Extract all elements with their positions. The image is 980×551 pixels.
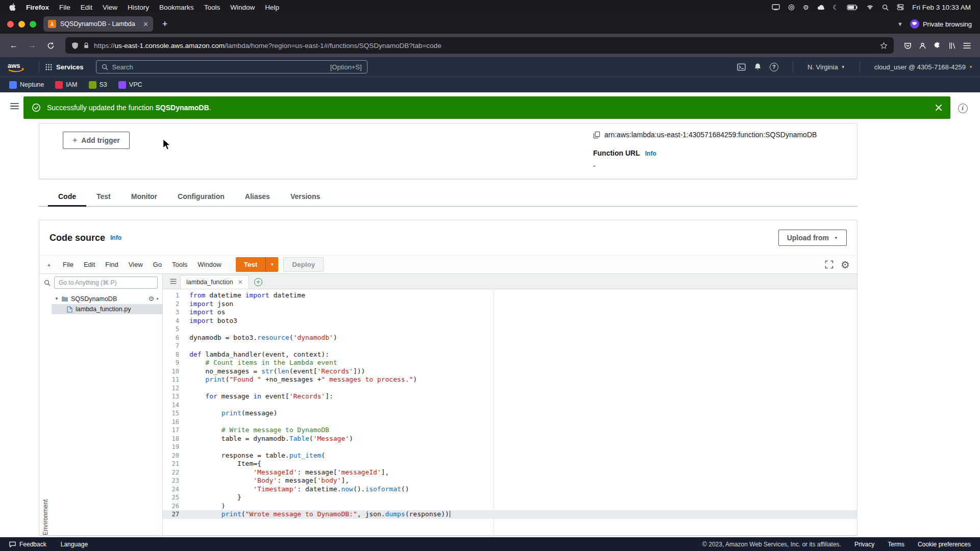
reload-button[interactable]	[43, 38, 58, 53]
wifi-icon[interactable]	[866, 5, 874, 10]
new-editor-tab-icon[interactable]: +	[254, 278, 262, 286]
browser-tab[interactable]: λ SQSDynamoDB - Lambda ✕	[43, 16, 153, 32]
code-line[interactable]: 15 print(message)	[163, 409, 857, 418]
tracking-shield-icon[interactable]	[71, 42, 79, 49]
services-menu-button[interactable]: Services	[45, 63, 84, 71]
goto-anything-input[interactable]	[54, 277, 158, 289]
code-line[interactable]: 12	[163, 384, 857, 393]
editor-tab-close-icon[interactable]: ✕	[238, 279, 243, 286]
banner-close-icon[interactable]	[935, 104, 942, 111]
editor-menu-view[interactable]: View	[124, 261, 148, 268]
add-trigger-button[interactable]: + Add trigger	[63, 132, 130, 149]
editor-menu-edit[interactable]: Edit	[79, 261, 100, 268]
library-icon[interactable]	[948, 42, 956, 49]
editor-settings-gear-icon[interactable]: ⚙	[841, 259, 850, 271]
back-button[interactable]: ←	[6, 38, 21, 53]
tab-aliases[interactable]: Aliases	[235, 187, 280, 206]
tab-versions[interactable]: Versions	[280, 187, 330, 206]
code-line[interactable]: 6dynamodb = boto3.resource('dynamodb')	[163, 334, 857, 342]
code-line[interactable]: 24 'Timestamp': datetime.now().isoformat…	[163, 485, 857, 494]
browser-sync-icon[interactable]	[788, 4, 795, 11]
tab-list-icon[interactable]	[166, 274, 180, 289]
aws-search-bar[interactable]: Search [Option+S]	[96, 60, 368, 73]
collapse-editor-icon[interactable]: ▲	[46, 262, 58, 267]
do-not-disturb-icon[interactable]: ☾	[833, 4, 839, 11]
tab-code[interactable]: Code	[48, 187, 86, 206]
feedback-button[interactable]: Feedback	[9, 541, 46, 548]
macos-menu-bookmarks[interactable]: Bookmarks	[159, 4, 194, 11]
code-line[interactable]: 1from datetime import datetime	[163, 291, 857, 300]
pocket-icon[interactable]	[904, 42, 912, 49]
code-line[interactable]: 17 # Write message to DynamoDB	[163, 426, 857, 435]
environment-tab[interactable]: Environment	[39, 291, 52, 535]
function-arn[interactable]: arn:aws:lambda:us-east-1:430571684259:fu…	[604, 131, 817, 139]
code-line[interactable]: 3import os	[163, 308, 857, 317]
help-panel-toggle[interactable]: i	[950, 96, 975, 113]
code-line[interactable]: 5	[163, 325, 857, 334]
editor-menu-window[interactable]: Window	[192, 261, 226, 268]
code-line[interactable]: 14	[163, 401, 857, 410]
code-line[interactable]: 18 table = dynamodb.Table('Message')	[163, 435, 857, 443]
tab-configuration[interactable]: Configuration	[167, 187, 235, 206]
editor-menu-find[interactable]: Find	[100, 261, 123, 268]
editor-menu-file[interactable]: File	[58, 261, 79, 268]
macos-menu-edit[interactable]: Edit	[81, 4, 92, 11]
test-dropdown-icon[interactable]: ▼	[265, 257, 278, 272]
code-line[interactable]: 20 response = table.put_item(	[163, 452, 857, 460]
code-line[interactable]: 7	[163, 342, 857, 350]
code-line[interactable]: 22 'MessageId': message['messageId'],	[163, 468, 857, 477]
menu-bar-clock[interactable]: Fri Feb 3 10:33 AM	[912, 4, 971, 11]
copy-arn-icon[interactable]	[593, 131, 600, 139]
favorite-neptune[interactable]: Neptune	[9, 81, 44, 89]
language-button[interactable]: Language	[61, 541, 88, 548]
editor-tab-lambda-function[interactable]: lambda_function ✕	[180, 275, 249, 289]
disclosure-triangle-icon[interactable]: ▼	[55, 296, 59, 301]
code-line[interactable]: 26 )	[163, 502, 857, 511]
spotlight-icon[interactable]	[882, 4, 889, 11]
test-button[interactable]: Test	[236, 257, 266, 272]
tab-list-chevron-icon[interactable]: ▼	[897, 21, 903, 27]
minimize-window-button[interactable]	[18, 21, 25, 28]
fullscreen-icon[interactable]	[825, 260, 834, 269]
favorite-iam[interactable]: IAM	[55, 81, 77, 89]
macos-menu-help[interactable]: Help	[265, 4, 279, 11]
tree-file-row[interactable]: lambda_function.py	[52, 304, 162, 314]
code-line[interactable]: 13 for message in event['Records']:	[163, 392, 857, 401]
weather-icon[interactable]	[817, 5, 825, 10]
notifications-bell-icon[interactable]	[754, 63, 762, 71]
code-line[interactable]: 25 }	[163, 493, 857, 502]
tab-monitor[interactable]: Monitor	[121, 187, 167, 206]
editor-menu-go[interactable]: Go	[148, 261, 167, 268]
control-center-icon[interactable]	[897, 4, 904, 10]
macos-menu-window[interactable]: Window	[230, 4, 255, 11]
code-line[interactable]: 10 no_messages = str(len(event['Records'…	[163, 367, 857, 376]
code-line[interactable]: 21 Item={	[163, 460, 857, 468]
footer-link-cookie-preferences[interactable]: Cookie preferences	[918, 541, 971, 548]
favorite-vpc[interactable]: VPC	[118, 81, 142, 89]
extensions-icon[interactable]	[934, 42, 941, 49]
tab-close-icon[interactable]: ✕	[143, 20, 149, 28]
code-line[interactable]: 2import json	[163, 300, 857, 309]
macos-menu-history[interactable]: History	[128, 4, 149, 11]
macos-menu-firefox[interactable]: Firefox	[26, 4, 49, 11]
code-line[interactable]: 11 print("Found " +no_messages +" messag…	[163, 375, 857, 384]
url-bar[interactable]: https://us-east-1.console.aws.amazon.com…	[65, 37, 894, 54]
account-menu[interactable]: cloud_user @ 4305-7168-4259▼	[874, 63, 973, 71]
tab-test[interactable]: Test	[86, 187, 121, 206]
code-line[interactable]: 27 print("Wrote message to DynamoDB:", j…	[163, 510, 857, 519]
code-source-info-link[interactable]: Info	[110, 234, 121, 241]
screen-mirroring-icon[interactable]	[772, 4, 780, 10]
code-line[interactable]: 16	[163, 418, 857, 427]
forward-button[interactable]: →	[24, 38, 40, 53]
code-line[interactable]: 8def lambda_handler(event, context):	[163, 350, 857, 359]
help-icon[interactable]: ?	[770, 63, 778, 71]
tree-settings[interactable]: ⚙▼	[148, 295, 159, 303]
apple-icon[interactable]	[9, 3, 16, 11]
macos-menu-file[interactable]: File	[59, 4, 70, 11]
bookmark-star-icon[interactable]	[880, 42, 888, 49]
function-url-info-link[interactable]: Info	[645, 150, 656, 157]
code-line[interactable]: 23 'Body': message['body'],	[163, 477, 857, 485]
footer-link-terms[interactable]: Terms	[888, 541, 904, 548]
code-line[interactable]: 4import boto3	[163, 317, 857, 325]
close-window-button[interactable]	[7, 21, 14, 28]
